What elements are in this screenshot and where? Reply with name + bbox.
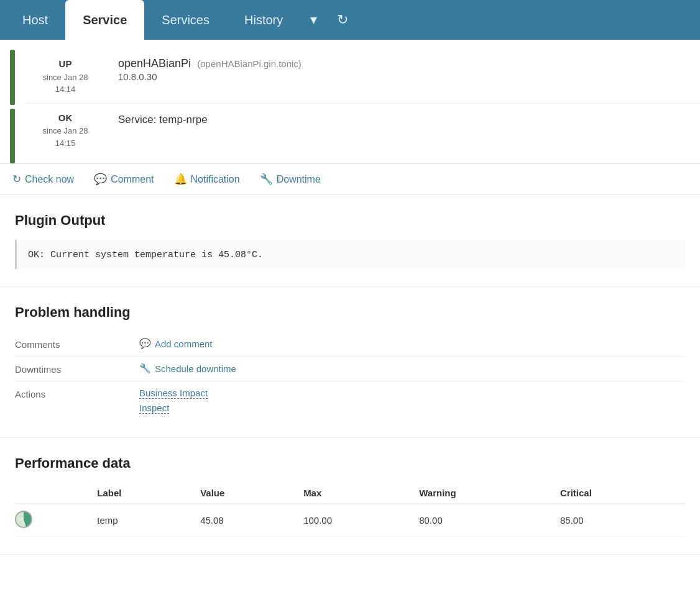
host-since-text: since Jan 28 14:14 (25, 71, 106, 96)
actions-row: Actions Business Impact Inspect (15, 381, 685, 420)
notification-button[interactable]: 🔔 Notification (174, 173, 240, 186)
refresh-small-icon: ↻ (12, 173, 21, 186)
perf-row-value: 45.08 (200, 504, 303, 537)
refresh-button[interactable]: ↻ (327, 0, 358, 40)
plugin-output-section: Plugin Output OK: Current system tempera… (0, 195, 700, 287)
temp-gauge-icon (15, 511, 32, 528)
host-status-row: UP since Jan 28 14:14 openHABianPi (open… (25, 50, 700, 103)
downtimes-label: Downtimes (15, 363, 139, 375)
plugin-output-title: Plugin Output (15, 212, 685, 229)
status-section: UP since Jan 28 14:14 openHABianPi (open… (0, 40, 700, 164)
check-now-label: Check now (25, 174, 74, 185)
comment-label: Comment (111, 174, 154, 185)
actions-value: Business Impact Inspect (139, 388, 685, 414)
more-dropdown-button[interactable]: ▾ (300, 0, 327, 40)
perf-col-max: Max (303, 483, 419, 504)
problem-handling-table: Comments 💬 Add comment Downtimes 🔧 Sched… (15, 332, 685, 420)
performance-table: Label Value Max Warning Critical temp 45… (15, 483, 685, 537)
perf-row-critical: 85.00 (560, 504, 685, 537)
perf-col-icon (15, 483, 97, 504)
check-now-button[interactable]: ↻ Check now (12, 173, 74, 186)
host-id: (openHABianPi.gin.tonic) (197, 58, 302, 69)
perf-row-max: 100.00 (303, 504, 419, 537)
perf-col-critical: Critical (560, 483, 685, 504)
host-state-label: UP since Jan 28 14:14 (25, 57, 106, 96)
performance-data-title: Performance data (15, 455, 685, 471)
wrench-icon: 🔧 (260, 173, 273, 186)
downtimes-value: 🔧 Schedule downtime (139, 363, 685, 374)
notification-label: Notification (191, 174, 240, 185)
add-comment-label: Add comment (155, 339, 213, 349)
action-bar: ↻ Check now 💬 Comment 🔔 Notification 🔧 D… (0, 164, 700, 195)
downtime-button[interactable]: 🔧 Downtime (260, 173, 321, 186)
perf-row-label: temp (97, 504, 200, 537)
host-ip: 10.8.0.30 (118, 71, 700, 82)
perf-col-label: Label (97, 483, 200, 504)
comment-bubble-icon: 💬 (139, 338, 151, 349)
perf-table-header: Label Value Max Warning Critical (15, 483, 685, 504)
perf-row-icon-cell (15, 504, 97, 537)
host-info: openHABianPi (openHABianPi.gin.tonic) 10… (118, 57, 700, 82)
performance-data-section: Performance data Label Value Max Warning… (0, 438, 700, 555)
host-state-text: UP (25, 57, 106, 71)
host-status-bar (10, 50, 15, 105)
actions-label: Actions (15, 388, 139, 399)
host-name: openHABianPi (118, 57, 191, 70)
comment-icon: 💬 (94, 173, 107, 186)
tab-service[interactable]: Service (65, 0, 144, 40)
refresh-icon: ↻ (337, 12, 348, 28)
comments-value: 💬 Add comment (139, 338, 685, 349)
service-name: Service: temp-nrpe (118, 114, 700, 126)
business-impact-link[interactable]: Business Impact (139, 388, 208, 399)
add-comment-button[interactable]: 💬 Add comment (139, 338, 685, 349)
tab-history[interactable]: History (227, 0, 300, 40)
service-state-text: OK (25, 111, 106, 125)
bell-icon: 🔔 (174, 173, 187, 186)
nav-bar: Host Service Services History ▾ ↻ (0, 0, 700, 40)
service-since-text: since Jan 28 14:15 (25, 125, 106, 149)
schedule-downtime-button[interactable]: 🔧 Schedule downtime (139, 363, 685, 374)
downtimes-row: Downtimes 🔧 Schedule downtime (15, 357, 685, 381)
perf-col-value: Value (200, 483, 303, 504)
plugin-output-box: OK: Current system temperature is 45.08°… (15, 240, 685, 269)
chevron-down-icon: ▾ (310, 12, 317, 28)
problem-handling-section: Problem handling Comments 💬 Add comment … (0, 287, 700, 438)
service-status-row: OK since Jan 28 14:15 Service: temp-nrpe (25, 103, 700, 157)
comments-label: Comments (15, 338, 139, 350)
status-rows: UP since Jan 28 14:14 openHABianPi (open… (25, 50, 700, 163)
inspect-link[interactable]: Inspect (139, 403, 169, 414)
schedule-downtime-label: Schedule downtime (155, 363, 236, 374)
wrench-small-icon: 🔧 (139, 363, 151, 374)
service-info: Service: temp-nrpe (118, 111, 700, 126)
tab-services[interactable]: Services (144, 0, 227, 40)
comment-button[interactable]: 💬 Comment (94, 173, 154, 186)
problem-handling-title: Problem handling (15, 304, 685, 321)
status-bars (10, 50, 17, 163)
tab-host[interactable]: Host (5, 0, 65, 40)
comments-row: Comments 💬 Add comment (15, 332, 685, 357)
perf-col-warning: Warning (419, 483, 560, 504)
table-row: temp 45.08 100.00 80.00 85.00 (15, 504, 685, 537)
service-state-label: OK since Jan 28 14:15 (25, 111, 106, 150)
plugin-output-text: OK: Current system temperature is 45.08°… (28, 250, 263, 260)
service-status-bar (10, 109, 15, 164)
perf-row-warning: 80.00 (419, 504, 560, 537)
downtime-label: Downtime (277, 174, 321, 185)
